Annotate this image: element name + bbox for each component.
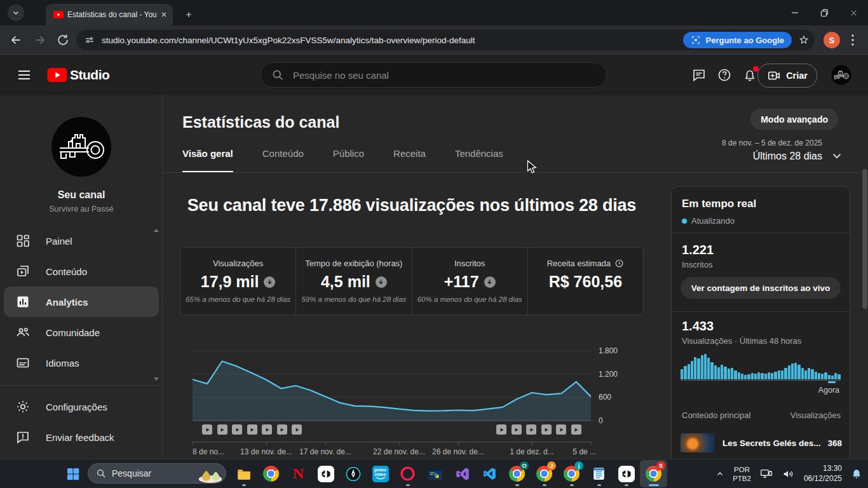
ask-google-button[interactable]: Pergunte ao Google — [683, 32, 792, 48]
taskbar-prime-video[interactable]: primevideo — [367, 460, 394, 487]
language-indicator[interactable]: PORPTB2 — [733, 465, 751, 484]
tab-tendencias[interactable]: Tendências — [455, 148, 503, 173]
y-axis-label: 1.800 — [599, 346, 618, 355]
video-publish-marker[interactable] — [541, 424, 552, 435]
video-publish-marker[interactable] — [217, 424, 227, 435]
window-close-button[interactable] — [839, 0, 868, 25]
feedback-comment-icon[interactable] — [691, 67, 707, 83]
video-publish-marker[interactable] — [247, 424, 257, 435]
sidebar-item-painel[interactable]: Painel — [0, 226, 163, 256]
start-button[interactable] — [62, 464, 84, 484]
studio-search-input[interactable]: Pesquise no seu canal — [261, 62, 607, 88]
taskbar-opera-gx[interactable] — [394, 460, 421, 487]
browser-tab[interactable]: Estatísticas do canal - YouTube S — [46, 4, 173, 25]
stat-card-inscritos[interactable]: Inscritos+11760% a menos do que há 28 di… — [412, 248, 528, 315]
create-button[interactable]: Criar — [757, 64, 817, 88]
browser-menu-icon[interactable] — [846, 33, 859, 47]
sidebar-item-conteudo[interactable]: Conteúdo — [0, 256, 163, 287]
y-axis-label: 0 — [599, 416, 603, 425]
stat-card-tempo-exibicao[interactable]: Tempo de exibição (horas)4,5 mil59% a me… — [296, 248, 412, 315]
x-axis-label: 22 de nov. de... — [373, 447, 425, 456]
video-publish-marker[interactable] — [262, 424, 272, 435]
tray-bell-icon[interactable] — [850, 468, 863, 480]
tray-chevron-up-icon[interactable] — [715, 470, 724, 478]
sidebar-item-analytics[interactable]: Analytics — [4, 287, 159, 317]
tab-conteudo[interactable]: Conteúdo — [262, 148, 304, 173]
window-minimize-button[interactable] — [780, 0, 810, 25]
new-tab-button[interactable] — [180, 6, 197, 23]
forward-icon[interactable] — [33, 33, 47, 47]
system-tray: PORPTB2 13:3006/12/2025 — [715, 459, 863, 488]
taskbar-chrome[interactable] — [257, 460, 285, 487]
scroll-up-icon[interactable] — [154, 229, 159, 232]
taskbar-search[interactable]: Pesquisar — [88, 463, 226, 484]
reload-icon[interactable] — [56, 33, 70, 47]
taskbar-chrome[interactable]: j — [558, 460, 585, 487]
tab-search-button[interactable] — [8, 4, 24, 21]
scroll-down-icon[interactable] — [154, 377, 159, 381]
realtime-bar-chart[interactable] — [681, 354, 841, 379]
taskbar-visual-studio[interactable] — [449, 460, 476, 487]
taskbar-chrome[interactable]: J — [531, 460, 558, 487]
tab-receita[interactable]: Receita — [393, 148, 426, 173]
taskbar-chrome[interactable]: S — [640, 460, 667, 487]
channel-avatar[interactable] — [831, 65, 851, 85]
video-publish-marker[interactable] — [232, 424, 242, 435]
search-highlight-image[interactable] — [196, 464, 224, 484]
taskbar-vscode[interactable] — [476, 460, 503, 487]
taskbar-file-explorer[interactable] — [230, 460, 257, 487]
scrollbar-thumb[interactable] — [862, 169, 867, 309]
stat-card-visualizacoes[interactable]: Visualizações17,9 mil65% a menos do que … — [180, 248, 296, 315]
video-publish-marker[interactable] — [556, 424, 566, 435]
sidebar-item-enviar-feedback[interactable]: Enviar feedback — [0, 422, 163, 452]
back-icon[interactable] — [9, 33, 23, 47]
video-publish-marker[interactable] — [496, 424, 506, 435]
address-bar[interactable]: studio.youtube.com/channel/UCWt1yUx5xgPo… — [76, 30, 815, 50]
line-chart-plot[interactable] — [193, 351, 591, 422]
video-publish-marker[interactable] — [571, 424, 581, 435]
channel-avatar-large[interactable] — [51, 116, 112, 177]
top-content-row[interactable]: Les Secrets Gelés des...368 — [681, 430, 842, 456]
stat-card-receita-estimada[interactable]: Receita estimadaR$ 760,56 — [528, 248, 643, 315]
taskbar-chrome[interactable]: O — [503, 460, 531, 487]
taskbar-capcut[interactable] — [613, 460, 640, 487]
sidebar-item-configuracoes[interactable]: Configurações — [0, 391, 163, 422]
live-subscriber-count-button[interactable]: Ver contagem de inscritos ao vivo — [681, 277, 841, 299]
tab-close-icon[interactable] — [160, 11, 168, 18]
video-publish-marker[interactable] — [292, 424, 302, 435]
youtube-studio-logo[interactable]: Studio — [47, 67, 109, 83]
running-indicator — [625, 484, 628, 486]
clock[interactable]: 13:3006/12/2025 — [804, 464, 842, 484]
taskbar-python[interactable] — [421, 460, 449, 487]
window-restore-button[interactable] — [810, 0, 839, 25]
chevron-down-icon[interactable] — [830, 149, 844, 163]
sidebar-item-idiomas[interactable]: Idiomas — [0, 348, 163, 378]
realtime-bar — [704, 354, 707, 379]
taskbar-pen-app[interactable] — [339, 460, 367, 487]
realtime-bar — [824, 372, 827, 379]
realtime-bar — [710, 362, 713, 379]
date-selector[interactable]: 8 de nov. – 5 de dez. de 2025 Últimos 28… — [722, 139, 822, 162]
video-publish-marker[interactable] — [202, 424, 212, 435]
network-icon[interactable] — [759, 467, 773, 481]
tabs-divider — [163, 172, 868, 173]
taskbar-capcut[interactable] — [312, 460, 339, 487]
taskbar-icons: NprimevideoOJjS — [230, 460, 667, 487]
page-scrollbar[interactable] — [862, 95, 867, 459]
volume-icon[interactable] — [782, 467, 796, 481]
video-publish-marker[interactable] — [512, 424, 522, 435]
tab-publico[interactable]: Público — [333, 148, 364, 173]
notifications-bell-icon[interactable] — [742, 67, 757, 83]
hamburger-menu-icon[interactable] — [17, 67, 32, 83]
site-settings-icon[interactable] — [84, 34, 95, 46]
taskbar-notepad[interactable] — [585, 460, 613, 487]
advanced-mode-button[interactable]: Modo avançado — [750, 109, 838, 130]
taskbar-netflix[interactable]: N — [285, 460, 312, 487]
tab-visao-geral[interactable]: Visão geral — [182, 148, 233, 173]
video-publish-marker[interactable] — [277, 424, 287, 435]
sidebar-item-comunidade[interactable]: Comunidade — [0, 317, 163, 348]
browser-profile-avatar[interactable]: S — [824, 32, 840, 48]
help-icon[interactable] — [717, 67, 732, 83]
bookmark-star-icon[interactable] — [798, 34, 810, 46]
video-publish-marker[interactable] — [526, 424, 536, 435]
